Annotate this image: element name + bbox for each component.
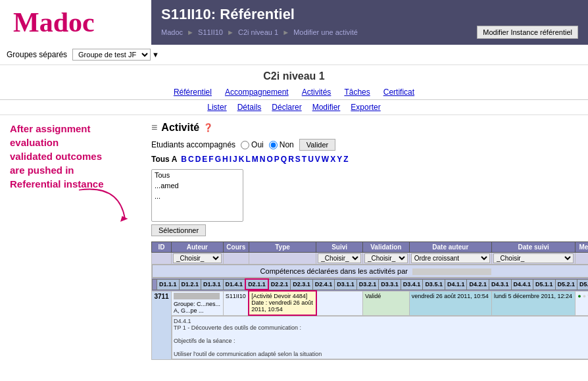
letter-D[interactable]: D <box>195 155 201 164</box>
date-auteur-select[interactable]: Ordre croissant <box>411 253 490 263</box>
letter-B[interactable]: B <box>181 155 187 164</box>
filter-date-suivi[interactable]: _Choisir_ <box>492 253 576 265</box>
letter-S[interactable]: S <box>295 155 301 164</box>
comp-d4-1-1: D4.1.1 <box>445 279 467 290</box>
filter-menu <box>576 253 588 265</box>
tab-activites[interactable]: Activités <box>302 88 331 97</box>
comp-d5-1-1: D5.1.1 <box>533 279 556 290</box>
filter-auteur[interactable]: _Choisir_ <box>172 253 224 265</box>
letter-G[interactable]: G <box>215 155 221 164</box>
comp-data-row: D4.4.1 TP 1 - Découverte des outils de c… <box>152 315 589 360</box>
detail-cell: D4.4.1 TP 1 - Découverte des outils de c… <box>172 317 589 359</box>
subnav-exporter[interactable]: Exporter <box>351 103 380 112</box>
letter-E[interactable]: E <box>202 155 207 164</box>
subnav-lister[interactable]: Lister <box>207 103 226 112</box>
content-area: ≡ Activité ❓ Etudiants accompagnés Oui N… <box>145 115 588 367</box>
col-date-suivi: Date suivi <box>492 242 576 253</box>
breadcrumb-s11ii10[interactable]: S11II10 <box>198 28 223 36</box>
breadcrumb-c2i[interactable]: C2i niveau 1 <box>238 28 278 36</box>
letter-X[interactable]: X <box>330 155 335 164</box>
annotation-line1: After assignment <box>10 123 91 134</box>
tab-certificat[interactable]: Certificat <box>383 88 414 97</box>
comp-d1-1-1: D1.1.1 <box>157 279 180 290</box>
comp-cols-table: D1.1.1 D1.2.1 D1.3.1 D1.4.1 D2.1.1 D2.2.… <box>152 278 588 290</box>
student-option-2[interactable]: ... <box>152 191 243 201</box>
breadcrumb-modifier[interactable]: Modifier une activité <box>293 28 358 36</box>
comp-empty <box>153 279 157 290</box>
letter-Y[interactable]: Y <box>337 155 342 164</box>
logo: Madoc <box>13 7 95 38</box>
radio-non[interactable] <box>269 141 278 149</box>
annotation-line4: are pushed in <box>10 165 74 176</box>
letter-J[interactable]: J <box>233 155 237 164</box>
letter-P[interactable]: P <box>274 155 280 164</box>
comp-d4-2-1: D4.2.1 <box>467 279 489 290</box>
comp-d5-2-1: D5.2.1 <box>555 279 577 290</box>
activite-section-header: ≡ Activité ❓ <box>151 122 588 134</box>
tous-label[interactable]: Tous A <box>151 155 177 164</box>
circle-gray-icon[interactable]: ● <box>583 293 586 299</box>
modify-instance-button[interactable]: Modifier Instance référentiel <box>477 26 578 39</box>
letter-M[interactable]: M <box>252 155 258 164</box>
row-auteur: Groupe: C...nes... A, G...pe ... <box>172 291 224 315</box>
filter-validation[interactable]: _Choisir_ <box>362 253 409 265</box>
selectioner-button[interactable]: Sélectionner <box>151 224 206 236</box>
letter-W[interactable]: W <box>322 155 329 164</box>
help-icon[interactable]: ❓ <box>203 123 213 132</box>
breadcrumb-madoc[interactable]: Madoc <box>161 28 183 36</box>
row-cours: S11II10 <box>223 291 249 315</box>
valider-button[interactable]: Valider <box>299 139 335 151</box>
letter-Z[interactable]: Z <box>343 155 348 164</box>
student-listbox[interactable]: Tous ...amed ... <box>151 169 243 222</box>
comp-d1-2-1: D1.2.1 <box>179 279 201 290</box>
auteur-select[interactable]: _Choisir_ <box>173 253 222 263</box>
radio-oui[interactable] <box>241 141 249 149</box>
student-option-tous[interactable]: Tous <box>152 170 243 180</box>
letter-C[interactable]: C <box>188 155 194 164</box>
filter-cours <box>223 253 249 265</box>
letter-N[interactable]: N <box>260 155 266 164</box>
comp-data-table: D4.4.1 TP 1 - Découverte des outils de c… <box>172 316 588 359</box>
tab-accompagnement[interactable]: Accompagnement <box>225 88 289 97</box>
letter-U[interactable]: U <box>308 155 314 164</box>
circle-green-icon[interactable]: ● <box>577 293 581 299</box>
filter-suivi[interactable]: _Choisir_ <box>316 253 363 265</box>
comp-d2-2-1: D2.2.1 <box>268 279 291 290</box>
annotation-line2: evaluation <box>10 137 59 148</box>
letter-Q[interactable]: Q <box>281 155 287 164</box>
tab-taches[interactable]: Tâches <box>344 88 370 97</box>
validation-select[interactable]: _Choisir_ <box>364 253 408 263</box>
letter-O[interactable]: O <box>266 155 272 164</box>
groups-select[interactable]: Groupe de test JF <box>72 49 151 61</box>
letter-V[interactable]: V <box>315 155 320 164</box>
subnav-declarer[interactable]: Déclarer <box>272 103 301 112</box>
tab-referentiel[interactable]: Référentiel <box>174 88 212 97</box>
col-id: ID <box>152 242 172 253</box>
competences-redacted <box>412 268 491 275</box>
activite-icon: ≡ <box>151 122 157 134</box>
suivi-select[interactable]: _Choisir_ <box>318 253 361 263</box>
date-suivi-select[interactable]: _Choisir_ <box>493 253 574 263</box>
letter-H[interactable]: H <box>222 155 228 164</box>
letter-K[interactable]: K <box>239 155 245 164</box>
radio-non-label[interactable]: Non <box>269 140 294 149</box>
letter-F[interactable]: F <box>208 155 213 164</box>
letter-R[interactable]: R <box>288 155 294 164</box>
radio-oui-label[interactable]: Oui <box>241 140 264 149</box>
curved-arrow-icon <box>62 184 141 230</box>
letter-T[interactable]: T <box>302 155 306 164</box>
comp-d1-4-1: D1.4.1 <box>223 279 245 290</box>
student-option-1[interactable]: ...amed <box>152 180 243 191</box>
comp-d2-1-1: D2.1.1 <box>245 279 268 290</box>
page-title: S11II10: Référentiel <box>161 6 578 23</box>
subnav-details[interactable]: Détails <box>237 103 262 112</box>
main-area: After assignment evaluation validated ou… <box>0 115 588 367</box>
groups-dropdown-icon: ▼ <box>152 51 159 59</box>
filter-date-auteur[interactable]: Ordre croissant <box>409 253 491 265</box>
letter-I[interactable]: I <box>230 155 232 164</box>
subnav-modifier[interactable]: Modifier <box>312 103 341 112</box>
letter-L[interactable]: L <box>245 155 250 164</box>
row-date-auteur: vendredi 26 août 2011, 10:54 <box>409 291 491 315</box>
competences-bar: Compétences déclarées dans les activités… <box>152 265 588 278</box>
annotation-line3: validated outcomes <box>10 151 102 162</box>
